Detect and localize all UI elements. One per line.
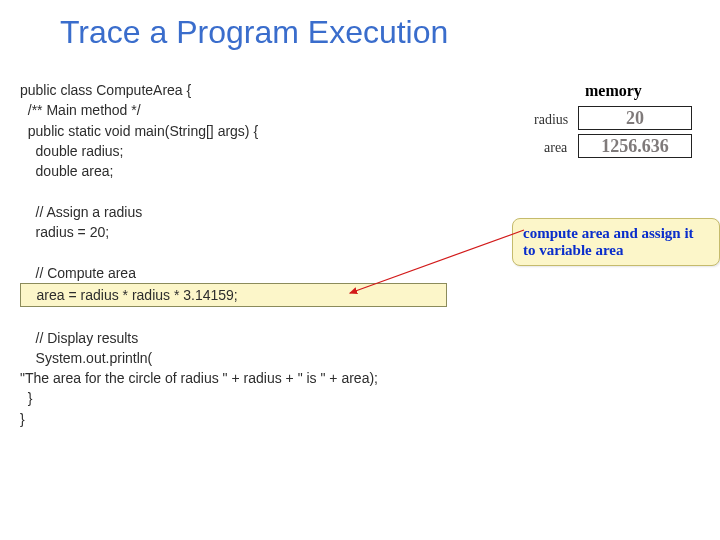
memory-radius-value: 20 — [578, 106, 692, 130]
code-line: public class ComputeArea { — [20, 82, 191, 98]
code-line-highlighted: area = radius * radius * 3.14159; — [20, 283, 447, 307]
code-line: } — [20, 390, 32, 406]
memory-area-value: 1256.636 — [578, 134, 692, 158]
code-line: // Compute area — [20, 265, 136, 281]
code-line: public static void main(String[] args) { — [20, 123, 266, 139]
code-line: // Assign a radius — [20, 204, 142, 220]
code-line: double area; — [20, 163, 113, 179]
code-blank — [20, 309, 24, 325]
code-line: System.out.println( — [20, 350, 152, 366]
code-blank — [20, 183, 24, 199]
memory-area-label: area — [544, 140, 567, 156]
code-line: double radius; — [20, 143, 124, 159]
code-blank — [20, 244, 24, 260]
memory-heading: memory — [585, 82, 642, 100]
code-line: "The area for the circle of radius " + r… — [20, 370, 378, 386]
code-line: // Display results — [20, 330, 138, 346]
code-line: /** Main method */ — [20, 102, 141, 118]
callout-box: compute area and assign it to variable a… — [512, 218, 720, 266]
memory-radius-label: radius — [534, 112, 568, 128]
page-title: Trace a Program Execution — [60, 14, 448, 51]
code-line: radius = 20; — [20, 224, 109, 240]
code-block: public class ComputeArea { /** Main meth… — [20, 80, 447, 429]
code-line: } — [20, 411, 25, 427]
